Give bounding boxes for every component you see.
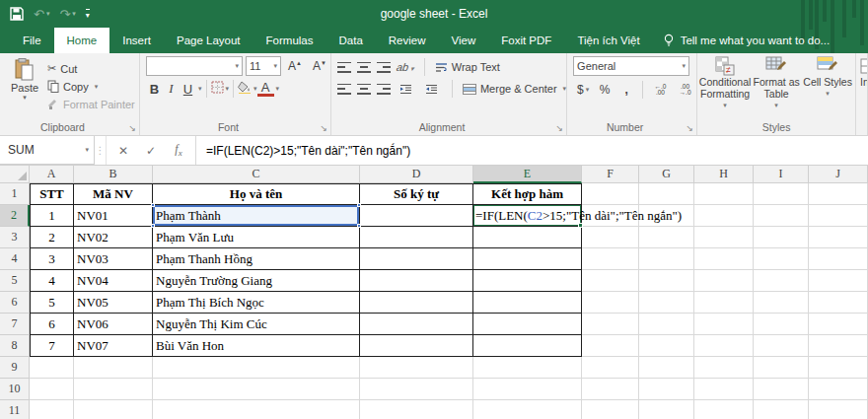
- cell-H7[interactable]: [694, 314, 754, 335]
- cell-A2[interactable]: 1: [30, 205, 74, 227]
- cell-B9[interactable]: [74, 357, 153, 379]
- cell-C3[interactable]: Phạm Văn Lưu: [153, 227, 360, 248]
- row-header-9[interactable]: 9: [0, 357, 30, 379]
- cell-J1[interactable]: [809, 183, 868, 205]
- cell-I1[interactable]: [754, 183, 809, 205]
- cell-E7[interactable]: [473, 314, 582, 335]
- cell-G3[interactable]: [639, 227, 694, 248]
- cell-A6[interactable]: 5: [30, 292, 74, 314]
- clipboard-dialog-launcher[interactable]: ↘: [128, 123, 136, 133]
- cell-F5[interactable]: [582, 270, 639, 292]
- cell-H6[interactable]: [694, 292, 754, 314]
- tell-me-box[interactable]: Tell me what you want to do...: [653, 28, 840, 53]
- cell-B8[interactable]: NV07: [74, 335, 153, 357]
- decrease-font-size-button[interactable]: A▼: [309, 59, 330, 73]
- merge-center-button[interactable]: Merge & Center ▾: [463, 83, 566, 95]
- cell-F11[interactable]: [582, 400, 639, 419]
- insert-function-button[interactable]: fx: [166, 142, 191, 158]
- decrease-decimal-button[interactable]: .00 →.0: [674, 84, 696, 96]
- tab-view[interactable]: View: [439, 28, 489, 53]
- cell-A3[interactable]: 2: [30, 227, 74, 248]
- cell-I11[interactable]: [754, 400, 809, 419]
- cell-J8[interactable]: [809, 335, 868, 357]
- cell-H9[interactable]: [694, 357, 754, 379]
- middle-align-button[interactable]: [357, 62, 371, 73]
- cell-B1[interactable]: Mã NV: [74, 183, 153, 205]
- column-header-I[interactable]: I: [754, 166, 809, 183]
- copy-button[interactable]: Copy▾: [47, 78, 135, 95]
- cell-D3[interactable]: [360, 227, 473, 248]
- cell-E6[interactable]: [473, 292, 582, 314]
- formula-bar-drag-dots[interactable]: ⋮: [95, 136, 107, 165]
- column-header-H[interactable]: H: [694, 166, 754, 183]
- cell-E10[interactable]: [473, 379, 582, 400]
- row-header-3[interactable]: 3: [0, 227, 30, 248]
- cell-F10[interactable]: [582, 379, 639, 400]
- cell-E4[interactable]: [473, 248, 582, 270]
- cell-F4[interactable]: [582, 248, 639, 270]
- number-dialog-launcher[interactable]: ↘: [687, 123, 694, 133]
- cell-H5[interactable]: [694, 270, 754, 292]
- tab-page-layout[interactable]: Page Layout: [164, 28, 253, 53]
- tab-home[interactable]: Home: [54, 28, 110, 53]
- cell-E11[interactable]: [473, 400, 582, 419]
- cell-D11[interactable]: [360, 400, 473, 419]
- cell-F6[interactable]: [582, 292, 639, 314]
- column-header-C[interactable]: C: [153, 166, 360, 183]
- cell-G6[interactable]: [639, 292, 694, 314]
- tab-formulas[interactable]: Formulas: [253, 28, 326, 53]
- cut-button[interactable]: ✂Cut: [47, 60, 135, 77]
- cell-C1[interactable]: Họ và tên: [153, 183, 360, 205]
- cell-J2[interactable]: [809, 205, 868, 227]
- cell-J3[interactable]: [809, 227, 868, 248]
- cell-A1[interactable]: STT: [30, 183, 74, 205]
- enter-button[interactable]: ✓: [138, 144, 164, 158]
- cell-F9[interactable]: [582, 357, 639, 379]
- row-header-2[interactable]: 2: [0, 205, 30, 227]
- row-header-7[interactable]: 7: [0, 314, 30, 335]
- tab-review[interactable]: Review: [376, 28, 439, 53]
- tab-foxit-pdf[interactable]: Foxit PDF: [488, 28, 564, 53]
- cell-B2[interactable]: NV01: [74, 205, 153, 227]
- column-header-D[interactable]: D: [360, 166, 473, 183]
- cell-A9[interactable]: [30, 357, 74, 379]
- decrease-indent-button[interactable]: [397, 79, 416, 99]
- font-dialog-launcher[interactable]: ↘: [320, 123, 327, 133]
- cell-E2[interactable]: =IF(LEN(C2>15;"Tên dài";"Tên ngắn"): [473, 205, 582, 227]
- cell-B10[interactable]: [74, 379, 153, 400]
- cell-C7[interactable]: Nguyễn Thị Kim Cúc: [153, 314, 360, 335]
- cell-G4[interactable]: [639, 248, 694, 270]
- cell-E8[interactable]: [473, 335, 582, 357]
- fill-color-button[interactable]: [238, 80, 252, 98]
- cell-I9[interactable]: [754, 357, 809, 379]
- bottom-align-button[interactable]: [377, 62, 391, 73]
- cell-H10[interactable]: [694, 379, 754, 400]
- cell-G1[interactable]: [639, 183, 694, 205]
- cell-J9[interactable]: [809, 357, 868, 379]
- cell-C8[interactable]: Bùi Văn Hon: [153, 335, 360, 357]
- font-name-combobox[interactable]: ▾: [146, 56, 243, 76]
- row-header-6[interactable]: 6: [0, 292, 30, 314]
- cell-I7[interactable]: [754, 314, 809, 335]
- cell-J10[interactable]: [809, 379, 868, 400]
- cell-J4[interactable]: [809, 248, 868, 270]
- cell-G10[interactable]: [639, 379, 694, 400]
- cell-A4[interactable]: 3: [30, 248, 74, 270]
- align-left-button[interactable]: [337, 84, 351, 95]
- cell-F3[interactable]: [582, 227, 639, 248]
- cell-D10[interactable]: [360, 379, 473, 400]
- row-header-10[interactable]: 10: [0, 379, 30, 400]
- cell-E1[interactable]: Kết hợp hàm: [473, 183, 582, 205]
- cancel-button[interactable]: ✕: [110, 144, 136, 158]
- increase-indent-button[interactable]: [422, 79, 442, 99]
- cell-H11[interactable]: [694, 400, 754, 419]
- cell-B5[interactable]: NV04: [74, 270, 153, 292]
- row-header-5[interactable]: 5: [0, 270, 30, 292]
- cell-B7[interactable]: NV06: [74, 314, 153, 335]
- bold-button[interactable]: B: [146, 82, 163, 97]
- cell-B3[interactable]: NV02: [74, 227, 153, 248]
- cell-C10[interactable]: [153, 379, 360, 400]
- cell-J11[interactable]: [809, 400, 868, 419]
- cell-B6[interactable]: NV05: [74, 292, 153, 314]
- align-center-button[interactable]: [357, 84, 371, 95]
